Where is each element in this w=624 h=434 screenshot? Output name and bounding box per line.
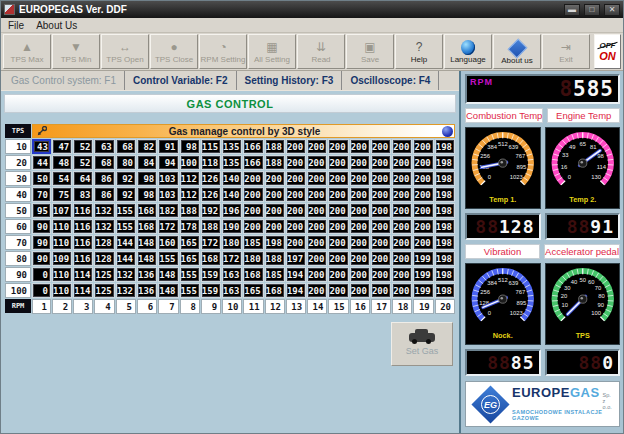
grid-cell[interactable]: 200 [328, 251, 348, 266]
grid-cell[interactable]: 68 [94, 155, 114, 170]
grid-cell[interactable]: 200 [413, 139, 433, 154]
grid-cell[interactable]: 200 [371, 203, 391, 218]
grid-cell[interactable]: 155 [116, 219, 136, 234]
grid-cell[interactable]: 63 [94, 139, 114, 154]
grid-cell[interactable]: 110 [52, 267, 72, 282]
grid-cell[interactable]: 159 [201, 267, 221, 282]
grid-cell[interactable]: 116 [73, 235, 93, 250]
grid-cell[interactable]: 200 [350, 187, 370, 202]
grid-cell[interactable]: 163 [222, 283, 242, 298]
grid-cell[interactable]: 109 [52, 251, 72, 266]
grid-cell[interactable]: 172 [222, 251, 242, 266]
grid-cell[interactable]: 200 [328, 171, 348, 186]
tab-oscilloscope-f4[interactable]: Oscilloscope: F4 [342, 71, 439, 90]
grid-cell[interactable]: 200 [413, 203, 433, 218]
grid-cell[interactable]: 198 [435, 235, 455, 250]
read-button[interactable]: ⇊Read [297, 34, 345, 69]
grid-cell[interactable]: 166 [243, 155, 263, 170]
grid-cell[interactable]: 80 [116, 155, 136, 170]
grid-cell[interactable]: 116 [73, 219, 93, 234]
close-button[interactable]: ✕ [604, 4, 620, 16]
grid-cell[interactable]: 64 [73, 171, 93, 186]
grid-cell[interactable]: 103 [158, 171, 178, 186]
grid-cell[interactable]: 140 [222, 187, 242, 202]
grid-cell[interactable]: 83 [73, 187, 93, 202]
grid-cell[interactable]: 180 [222, 235, 242, 250]
grid-cell[interactable]: 128 [94, 235, 114, 250]
grid-cell[interactable]: 155 [116, 203, 136, 218]
tps-max-button[interactable]: ▲TPS Max [3, 34, 51, 69]
grid-cell[interactable]: 188 [265, 139, 285, 154]
grid-cell[interactable]: 90 [32, 219, 51, 234]
grid-cell[interactable]: 114 [73, 283, 93, 298]
grid-cell[interactable]: 200 [392, 251, 412, 266]
grid-cell[interactable]: 125 [94, 283, 114, 298]
grid-cell[interactable]: 148 [158, 283, 178, 298]
grid-cell[interactable]: 200 [413, 155, 433, 170]
tab-setting-history-f3[interactable]: Setting History: F3 [237, 71, 343, 90]
grid-cell[interactable]: 148 [137, 235, 157, 250]
grid-cell[interactable]: 188 [265, 155, 285, 170]
grid-cell[interactable]: 198 [435, 139, 455, 154]
grid-cell[interactable]: 144 [116, 235, 136, 250]
grid-cell[interactable]: 128 [94, 251, 114, 266]
grid-cell[interactable]: 200 [286, 155, 306, 170]
grid-cell[interactable]: 200 [243, 203, 263, 218]
grid-cell[interactable]: 200 [328, 219, 348, 234]
tps-open-button[interactable]: ↔TPS Open [101, 34, 149, 69]
grid-cell[interactable]: 86 [94, 187, 114, 202]
grid-cell[interactable]: 200 [265, 219, 285, 234]
grid-cell[interactable]: 126 [201, 171, 221, 186]
grid-cell[interactable]: 132 [116, 267, 136, 282]
about-us-button[interactable]: About us [493, 34, 541, 69]
grid-cell[interactable]: 200 [392, 267, 412, 282]
grid-cell[interactable]: 144 [116, 251, 136, 266]
all-setting-button[interactable]: ▦All Setting [248, 34, 296, 69]
grid-cell[interactable]: 200 [307, 187, 327, 202]
grid-cell[interactable]: 198 [435, 219, 455, 234]
grid-cell[interactable]: 200 [328, 235, 348, 250]
grid-cell[interactable]: 75 [52, 187, 72, 202]
grid-cell[interactable]: 148 [158, 267, 178, 282]
grid-cell[interactable]: 200 [392, 187, 412, 202]
grid-cell[interactable]: 160 [158, 235, 178, 250]
grid-cell[interactable]: 200 [350, 171, 370, 186]
grid-cell[interactable]: 200 [265, 187, 285, 202]
grid-cell[interactable]: 196 [222, 203, 242, 218]
grid-cell[interactable]: 92 [116, 187, 136, 202]
grid-cell[interactable]: 200 [413, 187, 433, 202]
grid-cell[interactable]: 43 [32, 139, 51, 154]
grid-cell[interactable]: 200 [328, 203, 348, 218]
tab-gas-control-system-f1[interactable]: Gas Control system: F1 [3, 71, 125, 90]
grid-cell[interactable]: 192 [201, 203, 221, 218]
help-button[interactable]: ?Help [395, 34, 443, 69]
grid-cell[interactable]: 188 [201, 219, 221, 234]
grid-cell[interactable]: 182 [158, 203, 178, 218]
grid-cell[interactable]: 132 [94, 203, 114, 218]
grid-cell[interactable]: 200 [307, 283, 327, 298]
grid-cell[interactable]: 200 [371, 219, 391, 234]
grid-cell[interactable]: 135 [222, 155, 242, 170]
grid-cell[interactable]: 188 [180, 203, 200, 218]
grid-cell[interactable]: 172 [158, 219, 178, 234]
grid-cell[interactable]: 200 [392, 203, 412, 218]
grid-cell[interactable]: 136 [137, 283, 157, 298]
grid-cell[interactable]: 116 [73, 203, 93, 218]
grid-cell[interactable]: 100 [180, 155, 200, 170]
grid-cell[interactable]: 200 [307, 155, 327, 170]
grid-cell[interactable]: 200 [350, 283, 370, 298]
grid-cell[interactable]: 155 [180, 283, 200, 298]
grid-cell[interactable]: 126 [201, 187, 221, 202]
grid-cell[interactable]: 165 [243, 283, 263, 298]
grid-cell[interactable]: 185 [243, 235, 263, 250]
grid-cell[interactable]: 110 [52, 283, 72, 298]
grid-cell[interactable]: 107 [52, 203, 72, 218]
grid-cell[interactable]: 200 [243, 171, 263, 186]
grid-cell[interactable]: 148 [137, 251, 157, 266]
grid-cell[interactable]: 52 [73, 155, 93, 170]
grid-cell[interactable]: 168 [243, 267, 263, 282]
grid-cell[interactable]: 172 [201, 235, 221, 250]
grid-cell[interactable]: 168 [137, 219, 157, 234]
grid-cell[interactable]: 0 [32, 267, 51, 282]
grid-cell[interactable]: 200 [371, 187, 391, 202]
